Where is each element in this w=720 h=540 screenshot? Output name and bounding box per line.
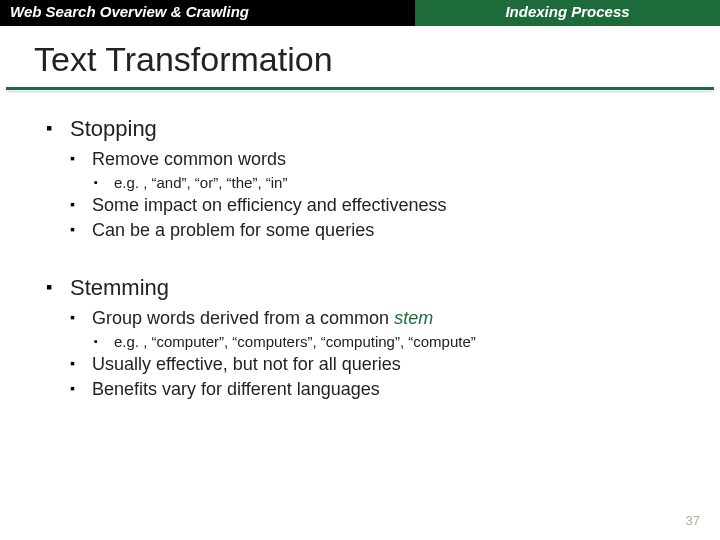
section-heading: Stemming	[70, 275, 169, 300]
section-heading: Stopping	[70, 116, 157, 141]
header-left: Web Search Overview & Crawling	[0, 0, 415, 26]
slide-content: Stopping Remove common words e.g. , “and…	[0, 90, 720, 400]
stem-word: stem	[394, 308, 433, 328]
list-item: Some impact on efficiency and effectiven…	[70, 194, 680, 217]
list-item: Benefits vary for different languages	[70, 378, 680, 401]
list-item: Remove common words e.g. , “and”, “or”, …	[70, 148, 680, 192]
list-item: e.g. , “computer”, “computers”, “computi…	[92, 332, 680, 352]
page-number: 37	[686, 513, 700, 528]
slide-header: Web Search Overview & Crawling Indexing …	[0, 0, 720, 26]
list-item: Group words derived from a common stem e…	[70, 307, 680, 351]
section-stemming: Stemming Group words derived from a comm…	[46, 275, 680, 400]
section-stopping: Stopping Remove common words e.g. , “and…	[46, 116, 680, 241]
list-item: e.g. , “and”, “or”, “the”, “in”	[92, 173, 680, 193]
list-item: Can be a problem for some queries	[70, 219, 680, 242]
header-right: Indexing Process	[415, 0, 720, 26]
list-item: Usually effective, but not for all queri…	[70, 353, 680, 376]
slide-title: Text Transformation	[0, 26, 720, 87]
